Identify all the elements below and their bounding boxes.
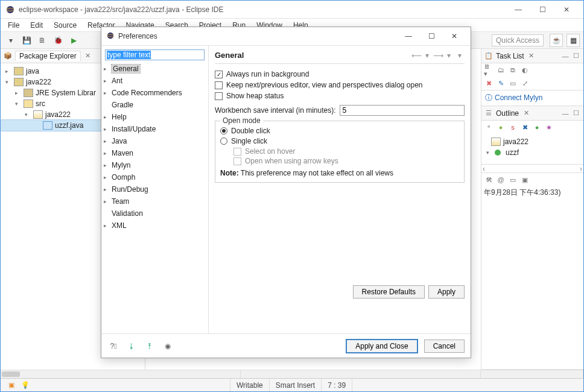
apply-button[interactable]: Apply: [428, 285, 465, 299]
import-icon[interactable]: ⭳: [125, 340, 138, 352]
tasklist-tab[interactable]: Task List: [496, 52, 524, 60]
svg-point-2: [107, 32, 114, 39]
export-icon[interactable]: ⭱: [144, 340, 156, 352]
hide-local-icon[interactable]: ●: [532, 122, 542, 132]
tree-maven[interactable]: Maven: [101, 147, 208, 159]
window-title: eclipse-workspace - java222/src/java222/…: [19, 5, 506, 14]
tasklist-header: 📋Task List✕ —☐: [481, 49, 583, 63]
outline-scroll[interactable]: ‹›: [481, 164, 583, 172]
tree-gradle[interactable]: Gradle: [101, 99, 208, 111]
perspective-open-button[interactable]: ▦: [567, 34, 580, 47]
restore-defaults-button[interactable]: Restore Defaults: [353, 285, 425, 299]
interval-input[interactable]: [340, 105, 465, 116]
tree-code-recommenders[interactable]: Code Recommenders: [101, 87, 208, 99]
run-button[interactable]: ▶: [67, 34, 80, 47]
chk-heap-status[interactable]: Show heap status: [215, 92, 465, 100]
nav-fwd-icon[interactable]: ⟶: [433, 51, 443, 60]
menu-source[interactable]: Source: [49, 20, 81, 31]
perspective-java-button[interactable]: ☕: [550, 34, 563, 47]
close-icon[interactable]: ✕: [83, 51, 93, 61]
dialog-close-button[interactable]: ✕: [443, 28, 466, 44]
radio-double-click[interactable]: Double click: [220, 127, 459, 135]
tree-general[interactable]: General: [101, 63, 208, 75]
menu-file[interactable]: File: [3, 20, 24, 31]
save-all-button[interactable]: 🗎: [36, 34, 49, 47]
tree-rundebug[interactable]: Run/Debug: [101, 183, 208, 195]
console-icon[interactable]: ▣: [520, 175, 530, 185]
problems-icon[interactable]: 🛠: [484, 175, 494, 185]
package-explorer-tab[interactable]: Package Explorer: [15, 51, 81, 61]
tree-help[interactable]: Help: [101, 111, 208, 123]
preferences-tree[interactable]: General Ant Code Recommenders Gradle Hel…: [101, 63, 208, 334]
javadoc-icon[interactable]: @: [496, 175, 506, 185]
nav-back-icon[interactable]: ⟵: [411, 51, 421, 60]
focus-active-icon[interactable]: ★: [544, 122, 554, 132]
svg-point-0: [7, 6, 14, 13]
chk-run-background[interactable]: Always run in background: [215, 70, 465, 78]
nav-menu-icon[interactable]: ▾: [455, 51, 465, 60]
horizontal-scroll[interactable]: [1, 370, 583, 378]
nav-back-menu-icon[interactable]: ▾: [422, 51, 432, 60]
tasklist-toolbar: 🗎▾ 🗂 ⧉ ◐: [481, 63, 583, 77]
schedule-icon[interactable]: ✎: [496, 78, 506, 88]
tree-xml[interactable]: XML: [101, 220, 208, 232]
presentation-icon[interactable]: ▭: [508, 78, 518, 88]
minimize-icon[interactable]: —: [560, 109, 570, 118]
close-icon[interactable]: ✕: [527, 51, 536, 61]
menu-edit[interactable]: Edit: [25, 20, 48, 31]
record-icon[interactable]: ◉: [162, 340, 174, 352]
info-icon: ⓘ: [485, 93, 492, 102]
hide-fields-icon[interactable]: ●: [496, 122, 506, 132]
connect-mylyn-link[interactable]: ⓘConnect Mylyn: [481, 90, 583, 106]
tree-install-update[interactable]: Install/Update: [101, 123, 208, 135]
window-close-button[interactable]: ✕: [554, 1, 579, 18]
quick-access-input[interactable]: Quick Access: [492, 34, 544, 46]
dialog-maximize-button[interactable]: ☐: [420, 28, 443, 44]
sync-icon[interactable]: ✖: [484, 78, 494, 88]
new-button[interactable]: ▾: [4, 34, 17, 47]
close-icon[interactable]: ✕: [521, 109, 531, 118]
filter-icon[interactable]: ⧉: [508, 65, 518, 75]
declaration-icon[interactable]: ▭: [508, 175, 518, 185]
save-button[interactable]: 💾: [20, 34, 33, 47]
hide-nonpublic-icon[interactable]: ✖: [520, 122, 530, 132]
focus-icon[interactable]: ◐: [520, 65, 530, 75]
nav-fwd-menu-icon[interactable]: ▾: [444, 51, 454, 60]
radio-single-click[interactable]: Single click: [220, 137, 459, 145]
tip-icon[interactable]: 💡: [21, 381, 30, 390]
categorize-icon[interactable]: 🗂: [496, 65, 506, 75]
help-icon[interactable]: ?⃝: [107, 340, 119, 352]
minimize-icon[interactable]: —: [560, 51, 570, 61]
open-mode-group: Open mode Double click Single click Sele…: [215, 121, 465, 183]
apply-close-button[interactable]: Apply and Close: [346, 339, 417, 353]
tree-oomph[interactable]: Oomph: [101, 171, 208, 183]
outline-tree[interactable]: java222 uzzf: [481, 134, 583, 164]
outline-class[interactable]: uzzf: [481, 147, 583, 158]
hide-static-icon[interactable]: s: [508, 122, 518, 132]
filter-input[interactable]: type filter text: [105, 49, 205, 60]
open-mode-legend: Open mode: [220, 116, 263, 125]
chk-keep-dialog[interactable]: Keep next/previous editor, view and pers…: [215, 81, 465, 89]
maximize-icon[interactable]: ☐: [571, 51, 581, 61]
maximize-icon[interactable]: ☐: [571, 109, 581, 118]
checkbox-icon: [215, 71, 223, 78]
window-maximize-button[interactable]: ☐: [530, 1, 554, 18]
outline-tab[interactable]: Outline: [496, 109, 519, 118]
new-task-icon[interactable]: 🗎▾: [484, 65, 494, 75]
tree-mylyn[interactable]: Mylyn: [101, 159, 208, 171]
collapse-icon[interactable]: ⤢: [520, 78, 530, 88]
rss-icon[interactable]: ▣: [7, 381, 16, 390]
library-icon: [24, 89, 33, 97]
cancel-button[interactable]: Cancel: [424, 340, 465, 353]
debug-button[interactable]: 🐞: [51, 34, 65, 47]
window-minimize-button[interactable]: —: [506, 1, 530, 18]
outline-toolbar: ᵃ ● s ✖ ● ★: [481, 121, 583, 134]
tree-validation[interactable]: Validation: [101, 207, 208, 220]
tree-ant[interactable]: Ant: [101, 75, 208, 87]
tree-team[interactable]: Team: [101, 195, 208, 207]
preferences-dialog: Preferences — ☐ ✕ type filter text Gener…: [101, 27, 471, 358]
outline-pkg[interactable]: java222: [481, 136, 583, 147]
tree-java[interactable]: Java: [101, 135, 208, 147]
sort-icon[interactable]: ᵃ: [484, 122, 494, 132]
dialog-minimize-button[interactable]: —: [397, 28, 420, 44]
